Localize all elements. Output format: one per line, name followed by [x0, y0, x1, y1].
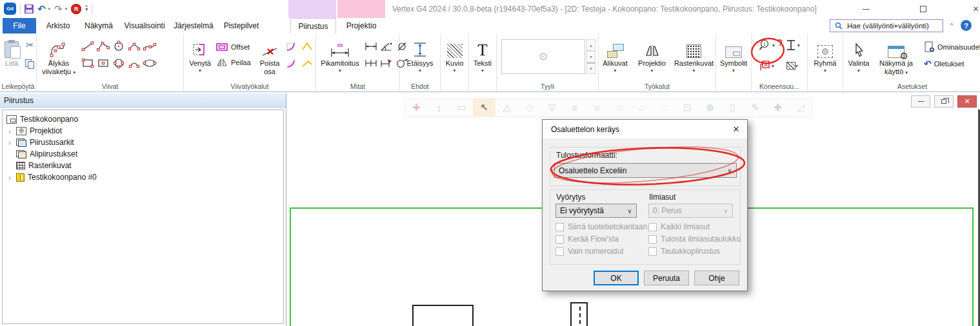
balloon-button[interactable]: A ▾: [754, 59, 779, 73]
rectangle-center-tool-icon[interactable]: [95, 56, 110, 70]
style-gallery[interactable]: ⚙: [501, 39, 585, 74]
tree-item-subdrawings[interactable]: Alipiirustukset: [3, 148, 283, 160]
find-part-button[interactable]: 1 ▾: [754, 38, 779, 52]
view-and-use-button[interactable]: ⚙ Näkymä ja käyttö ▾: [876, 35, 916, 75]
circle-center-tool-icon[interactable]: [111, 39, 126, 53]
window-close-button[interactable]: ✕: [961, 0, 980, 18]
expand-chevron-icon[interactable]: ›: [6, 139, 13, 147]
tab-visualisointi[interactable]: Visualisointi: [121, 18, 168, 34]
fillet-2-tool-icon[interactable]: [284, 56, 299, 70]
section-hatch-button[interactable]: ▾: [779, 59, 805, 73]
distance-button[interactable]: Etäisyys ▾: [402, 35, 438, 73]
tab-piirustus-active[interactable]: Piirustus: [290, 18, 336, 34]
mirror-button[interactable]: Peilaa: [215, 55, 255, 70]
symbols-button[interactable]: Symbolit ▾: [717, 35, 750, 73]
remove-part-button[interactable]: Poista osa: [255, 35, 284, 75]
app-logo-icon[interactable]: G4: [4, 3, 16, 15]
redo-icon[interactable]: ↷: [54, 4, 63, 14]
canvas-tool-layer-flat-1-icon[interactable]: ▱: [608, 99, 631, 117]
hatch-button[interactable]: Kuvio ▾: [441, 35, 468, 73]
tab-jarjestelma[interactable]: Järjestelmä: [172, 18, 215, 34]
undo-icon[interactable]: ↶: [37, 4, 46, 14]
polyline-tool-icon[interactable]: [95, 39, 110, 53]
save-icon[interactable]: [25, 5, 34, 14]
canvas-tool-layer-flat-2-icon[interactable]: ▱: [631, 99, 654, 117]
line-tool-icon[interactable]: [80, 39, 95, 53]
ellipse-tool-icon[interactable]: [142, 56, 157, 70]
spline-tool-icon[interactable]: [142, 39, 157, 53]
canvas-tool-sheet-icon[interactable]: ▯: [721, 99, 744, 117]
ribbon-collapse-button[interactable]: ^: [946, 21, 957, 30]
canvas-tool-zoom-in-icon[interactable]: ⊕: [699, 99, 721, 117]
search-input[interactable]: Hae (välilyönti+välilyönti): [830, 19, 943, 32]
beam-button[interactable]: ▾: [779, 38, 805, 52]
fillet-tool-icon[interactable]: [284, 39, 299, 53]
arc-3pt-tool-icon[interactable]: [126, 56, 141, 70]
window-minimize-button[interactable]: [852, 0, 881, 18]
help-button-dialog[interactable]: Ohje: [694, 271, 739, 285]
linear-dimension-icon[interactable]: [363, 39, 378, 53]
style-gallery-expand-button[interactable]: ▼: [586, 62, 595, 74]
paste-button[interactable]: Liitä: [1, 35, 23, 68]
canvas-tool-move-icon[interactable]: ↕: [428, 99, 450, 117]
defaults-button[interactable]: ↶ Oletukset: [924, 57, 980, 70]
projection-button[interactable]: Projektio ▾: [634, 35, 670, 73]
stretch-button[interactable]: Venytä ▾: [185, 35, 215, 73]
tree-item-root[interactable]: Testikokoonpano: [3, 113, 283, 125]
selection-button[interactable]: Valinta ▾: [844, 35, 874, 73]
undo-dropdown-icon[interactable]: ▾: [48, 6, 51, 12]
expand-chevron-icon[interactable]: ›: [6, 173, 13, 182]
chain-dimension-icon[interactable]: [363, 56, 378, 70]
tab-nakyma[interactable]: Näkymä: [81, 18, 117, 34]
dialog-close-button[interactable]: ✕: [726, 121, 746, 137]
chamfer-2-tool-icon[interactable]: [299, 56, 314, 70]
tab-arkisto[interactable]: Arkisto: [41, 18, 75, 34]
canvas-tool-layers-2-icon[interactable]: ≡: [586, 99, 608, 117]
customize-toolbar-icon[interactable]: ▾: [85, 6, 88, 12]
group-button[interactable]: Ryhmä ▾: [809, 35, 841, 73]
text-button[interactable]: T Teksti ▾: [470, 35, 496, 73]
expand-chevron-icon[interactable]: ›: [6, 127, 13, 135]
document-close-button[interactable]: ✕: [957, 95, 977, 108]
canvas-tool-pin-icon[interactable]: ✚: [405, 99, 428, 117]
document-minimize-button[interactable]: [911, 95, 930, 108]
canvas-tool-layer-flat-3-icon[interactable]: ▱: [654, 99, 676, 117]
canvas-tool-polygon-dashed-icon[interactable]: ◇: [518, 99, 541, 117]
offset-button[interactable]: Offset: [215, 39, 255, 55]
raster-images-button[interactable]: Rasterikuvat ▾: [672, 35, 717, 73]
angle-dimension-icon[interactable]: [379, 39, 394, 53]
redo-dropdown-icon[interactable]: ▾: [65, 6, 68, 12]
rectangle-tool-icon[interactable]: [80, 56, 95, 70]
canvas-tool-filter-icon[interactable]: ▽: [541, 99, 563, 117]
smart-polyline-button[interactable]: Älykäs viivaketju ▾: [37, 35, 80, 75]
tree-item-raster-images[interactable]: Rasterikuvat: [3, 160, 283, 171]
tree-item-projections[interactable]: › ⊕ Projektiot: [3, 125, 283, 137]
quick-dimension-button[interactable]: 45 Pikamitoitus ▾: [317, 35, 363, 73]
canvas-tool-select-cursor-icon[interactable]: ↖: [473, 99, 495, 117]
canvas-tool-polygon-icon[interactable]: △: [495, 99, 518, 117]
canvas-tool-layers-1-icon[interactable]: ≡: [563, 99, 586, 117]
circle-3pt-tool-icon[interactable]: [111, 56, 126, 70]
copy-icon[interactable]: [23, 57, 37, 71]
edit-dimension-icon[interactable]: [379, 56, 394, 70]
style-scroll-up-button[interactable]: ▲: [586, 39, 595, 51]
canvas-tool-measure-icon[interactable]: ▭: [450, 99, 473, 117]
cancel-button[interactable]: Peruuta: [644, 271, 689, 285]
tab-projektio[interactable]: Projektio: [338, 18, 385, 34]
subpictures-button[interactable]: Alikuvat ▾: [598, 35, 633, 73]
window-maximize-button[interactable]: [908, 0, 937, 18]
format-dropdown[interactable]: Osaluettelo Exceliin ∨: [554, 163, 737, 178]
document-restore-button[interactable]: [934, 95, 954, 108]
help-button[interactable]: ?: [961, 20, 972, 31]
properties-button[interactable]: Ominaisuudet: [924, 41, 980, 53]
chamfer-tool-icon[interactable]: [299, 39, 314, 53]
tree-item-sheets[interactable]: › Piirustusarkit: [3, 137, 283, 148]
canvas-tool-fit-view-icon[interactable]: ◿: [789, 99, 812, 117]
ok-button[interactable]: OK: [594, 271, 639, 285]
tab-pistepilvet[interactable]: Pistepilvet: [221, 18, 262, 34]
canvas-tool-edit-icon[interactable]: ✎: [744, 99, 766, 117]
canvas-tool-axes-icon[interactable]: ✚: [766, 99, 789, 117]
arc-tool-icon[interactable]: [126, 39, 141, 53]
vertex-r-icon[interactable]: R: [71, 4, 81, 14]
style-scroll-down-button[interactable]: ▼: [586, 51, 595, 62]
